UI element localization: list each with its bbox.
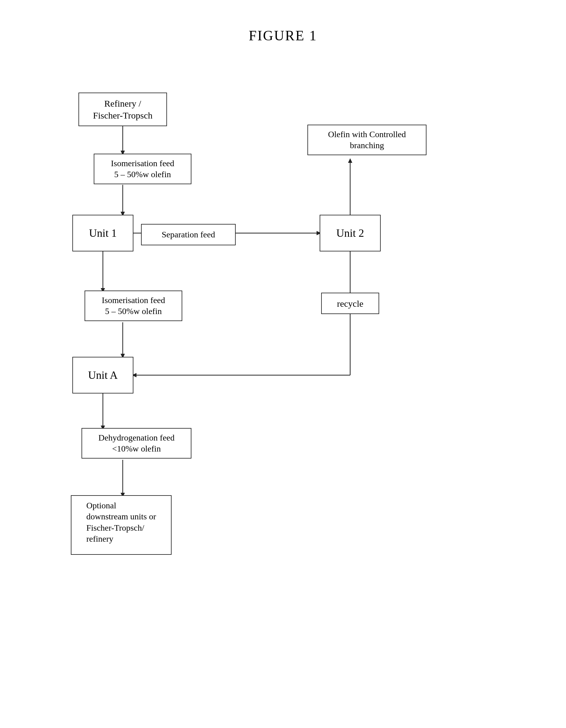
svg-marker-7 — [348, 158, 352, 163]
page: FIGURE 1 — [0, 0, 566, 728]
isomerisation-feed-2-box: Isomerisation feed5 – 50%w olefin — [85, 291, 182, 321]
separation-feed-box: Separation feed — [141, 224, 236, 245]
olefin-controlled-branching-box: Olefin with Controlledbranching — [307, 125, 426, 155]
optional-downstream-box: Optionaldownstream units orFischer-Trops… — [71, 495, 172, 555]
figure-title: FIGURE 1 — [24, 27, 542, 44]
diagram-container: Refinery /Fischer-Tropsch Isomerisation … — [54, 68, 512, 710]
refinery-box: Refinery /Fischer-Tropsch — [79, 93, 167, 126]
dehydrogenation-feed-box: Dehydrogenation feed<10%w olefin — [82, 428, 192, 459]
recycle-box: recycle — [321, 293, 379, 314]
isomerisation-feed-1-box: Isomerisation feed5 – 50%w olefin — [94, 154, 192, 184]
unitA-box: Unit A — [72, 357, 133, 393]
unit2-box: Unit 2 — [319, 215, 381, 251]
unit1-box: Unit 1 — [72, 215, 133, 251]
